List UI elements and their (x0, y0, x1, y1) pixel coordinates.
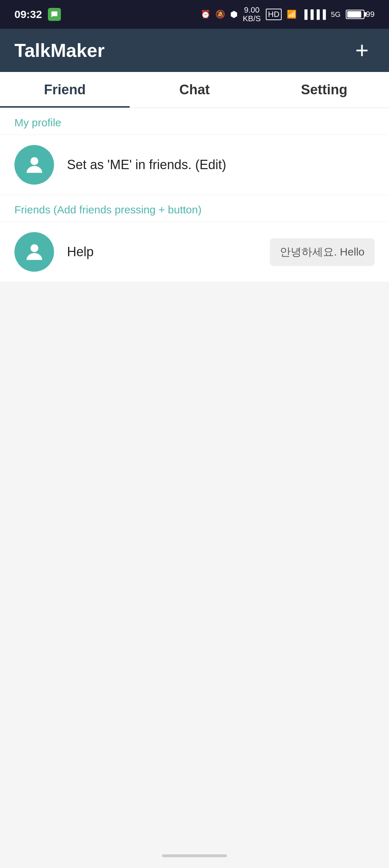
alarm-icon: ⏰ (201, 10, 210, 19)
chat-notification-icon (48, 8, 61, 21)
app-title: TalkMaker (14, 40, 105, 61)
status-time: 09:32 (14, 8, 42, 21)
friend-item-help[interactable]: Help 안녕하세요. Hello (0, 222, 389, 282)
svg-point-0 (30, 157, 38, 165)
battery-level: 99 (366, 10, 375, 19)
plus-icon: + (355, 39, 368, 62)
content-area: My profile Set as 'ME' in friends. (Edit… (0, 108, 389, 282)
friend-last-message-help: 안녕하세요. Hello (270, 238, 375, 266)
home-indicator (162, 854, 227, 857)
my-profile-avatar (14, 145, 54, 185)
mute-icon: 🔕 (215, 10, 225, 19)
tab-setting[interactable]: Setting (259, 72, 389, 108)
my-profile-name: Set as 'ME' in friends. (Edit) (67, 157, 375, 172)
signal-icon-2: 5G (331, 10, 341, 19)
friends-section-header: Friends (Add friends pressing + button) (0, 195, 389, 222)
bluetooth-icon: ⬢ (230, 9, 238, 19)
network-speed: 9.00KB/S (243, 6, 261, 23)
status-bar: 09:32 ⏰ 🔕 ⬢ 9.00KB/S HD 📶 ▐▐▐▐ 5G 99 (0, 0, 389, 29)
friend-name-help: Help (67, 244, 270, 259)
status-left: 09:32 (14, 8, 61, 21)
tab-navigation: Friend Chat Setting (0, 72, 389, 108)
my-profile-item[interactable]: Set as 'ME' in friends. (Edit) (0, 135, 389, 195)
friend-avatar-help (14, 232, 54, 272)
battery-fill (347, 11, 362, 18)
signal-icon-1: ▐▐▐▐ (301, 9, 326, 19)
my-profile-section-header: My profile (0, 108, 389, 135)
tab-chat[interactable]: Chat (130, 72, 259, 108)
status-right: ⏰ 🔕 ⬢ 9.00KB/S HD 📶 ▐▐▐▐ 5G 99 (201, 6, 375, 23)
battery-indicator: 99 (346, 10, 375, 19)
battery-box (346, 10, 365, 19)
hd-badge: HD (266, 9, 282, 20)
wifi-icon: 📶 (287, 10, 296, 19)
svg-point-1 (30, 244, 38, 252)
app-header: TalkMaker + (0, 29, 389, 72)
tab-friend[interactable]: Friend (0, 72, 130, 108)
add-button[interactable]: + (349, 38, 375, 63)
